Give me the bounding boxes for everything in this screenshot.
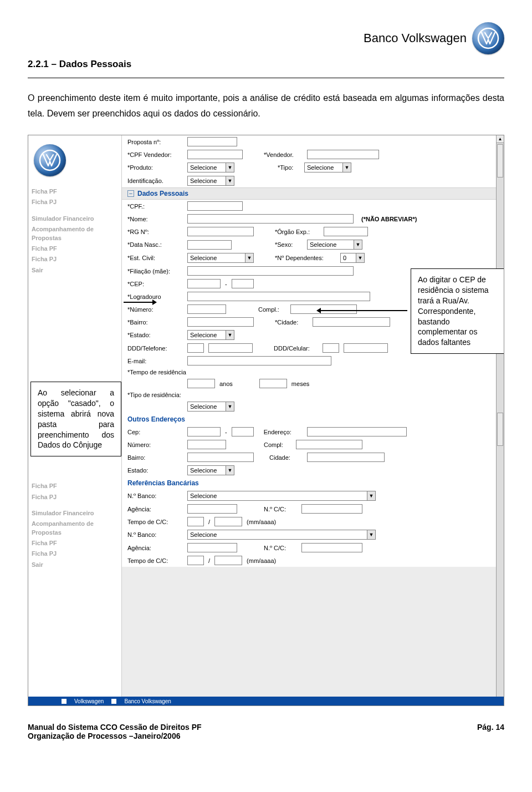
label: *Bairro: [127, 319, 183, 326]
label: *Produto: [127, 164, 183, 171]
outros-enderecos-header: Outros Endereços [122, 413, 496, 425]
label: *Nome: [127, 216, 183, 222]
produto-select[interactable]: Selecione▼ [187, 163, 234, 172]
banco1-select[interactable]: Selecione▼ [187, 491, 376, 501]
tipo-select[interactable]: Selecione▼ [304, 163, 351, 172]
numero2-input[interactable] [187, 440, 226, 449]
compl2-input[interactable] [296, 440, 362, 449]
dash: - [225, 429, 227, 435]
bairro-input[interactable] [187, 317, 254, 327]
label: *Filiação (mãe): [127, 268, 183, 275]
cc1-input[interactable] [301, 504, 362, 514]
intro-paragraph: O preenchimento deste item é muito impor… [28, 90, 504, 121]
estado-select[interactable]: Selecione▼ [187, 330, 234, 340]
sidebar-link[interactable]: Ficha PJ [32, 550, 118, 558]
sidebar-link[interactable]: Simulador Financeiro [32, 215, 118, 223]
label: Tempo de C/C: [127, 519, 183, 525]
cidade2-input[interactable] [307, 453, 385, 462]
cep-input-b[interactable] [232, 279, 254, 288]
estado2-select[interactable]: Selecione▼ [187, 465, 234, 475]
rg-input[interactable] [187, 227, 254, 236]
orgao-input[interactable] [324, 227, 368, 236]
scrollbar[interactable]: ▲ ▼ [496, 135, 504, 705]
sidebar-link[interactable]: Ficha PF [32, 245, 118, 253]
anos-input[interactable] [187, 379, 215, 388]
ident-select[interactable]: Selecione▼ [187, 176, 234, 186]
label: *Data Nasc.: [127, 241, 183, 248]
section-dados-pessoais[interactable]: − Dados Pessoais [122, 187, 496, 200]
data-nasc-input[interactable] [187, 240, 232, 250]
nao-abreviar-note: (*NÃO ABREVIAR*) [361, 216, 417, 222]
label: (mm/aaaa) [247, 519, 276, 525]
label: anos [219, 380, 233, 387]
agencia2-input[interactable] [187, 543, 237, 552]
endereco2-input[interactable] [307, 427, 407, 436]
agencia1-input[interactable] [187, 504, 237, 514]
tempo-cc1-mm[interactable] [187, 517, 204, 526]
sidebar-link[interactable]: Ficha PJ [32, 198, 118, 206]
sidebar-link[interactable]: Ficha PJ [32, 493, 118, 501]
numero-input[interactable] [187, 304, 226, 314]
sidebar-link[interactable]: Simulador Financeiro [32, 509, 118, 517]
tempo-cc2-mm[interactable] [187, 556, 204, 565]
cep2-b-input[interactable] [232, 427, 254, 436]
app-screenshot: Ao selecionar a opção "casado", o sistem… [28, 135, 504, 706]
cep-input-a[interactable] [187, 279, 221, 288]
scroll-up-icon[interactable]: ▲ [497, 135, 504, 143]
compl-input[interactable] [290, 304, 357, 314]
sidebar-link[interactable]: Sair [32, 561, 118, 569]
filiacao-input[interactable] [187, 266, 354, 276]
scroll-thumb[interactable] [497, 413, 503, 446]
label: *Est. Civil: [127, 255, 183, 261]
email-input[interactable] [187, 356, 331, 365]
slash: / [208, 519, 210, 525]
sidebar-link[interactable]: Sair [32, 266, 118, 275]
vendedor-input[interactable] [307, 150, 379, 159]
chevron-down-icon: ▼ [226, 402, 234, 411]
label: DDD/Celular: [274, 345, 318, 352]
scroll-thumb[interactable] [497, 144, 503, 177]
bottom-link[interactable]: Banco Volkswagen [124, 698, 171, 704]
sidebar-link[interactable]: Ficha PJ [32, 255, 118, 263]
proposta-input[interactable] [187, 137, 237, 146]
label: N.º Banco: [127, 531, 183, 538]
sexo-select[interactable]: Selecione▼ [307, 240, 362, 250]
sidebar-link[interactable]: Ficha PF [32, 539, 118, 547]
cpf-input[interactable] [187, 201, 243, 211]
dash: - [225, 281, 227, 287]
bottom-link[interactable]: Volkswagen [74, 698, 104, 704]
sidebar-link[interactable]: Acompanhamento de Propostas [32, 225, 118, 242]
tipo-res-select[interactable]: Selecione▼ [187, 402, 234, 412]
label: Agência: [127, 506, 183, 512]
label: *CPF Vendedor: [127, 151, 183, 158]
bairro2-input[interactable] [187, 453, 254, 462]
sidebar-link[interactable]: Ficha PF [32, 187, 118, 196]
cc2-input[interactable] [301, 543, 362, 552]
cidade-input[interactable] [313, 317, 390, 327]
dependentes-select[interactable]: 0▼ [340, 253, 365, 263]
chevron-down-icon: ▼ [226, 176, 234, 185]
collapse-icon: − [127, 190, 134, 197]
ddd-cel-input[interactable] [323, 343, 339, 353]
cpf-vendedor-input[interactable] [187, 150, 243, 159]
est-civil-select[interactable]: Selecione▼ [187, 253, 254, 263]
label: Estado: [127, 467, 183, 474]
label: *Logradouro [127, 293, 183, 300]
meses-input[interactable] [259, 379, 287, 388]
celular-input[interactable] [344, 343, 388, 353]
tempo-cc2-aaaa[interactable] [214, 556, 242, 565]
banco2-select[interactable]: Selecione▼ [187, 530, 376, 540]
tempo-cc1-aaaa[interactable] [214, 517, 242, 526]
nome-input[interactable] [187, 214, 354, 224]
chevron-down-icon: ▼ [226, 163, 234, 172]
footer-title: Manual do Sistema CCO Cessão de Direitos… [28, 723, 202, 732]
sidebar-link[interactable]: Acompanhamento de Propostas [32, 520, 118, 537]
ddd-input[interactable] [187, 343, 204, 353]
telefone-input[interactable] [208, 343, 253, 353]
cep2-a-input[interactable] [187, 427, 221, 436]
callout-casado: Ao selecionar a opção "casado", o sistem… [30, 382, 121, 456]
label: *CPF.: [127, 203, 183, 210]
sidebar-link[interactable]: Ficha PF [32, 482, 118, 490]
logradouro-input[interactable] [187, 292, 370, 301]
chevron-down-icon: ▼ [342, 163, 351, 172]
